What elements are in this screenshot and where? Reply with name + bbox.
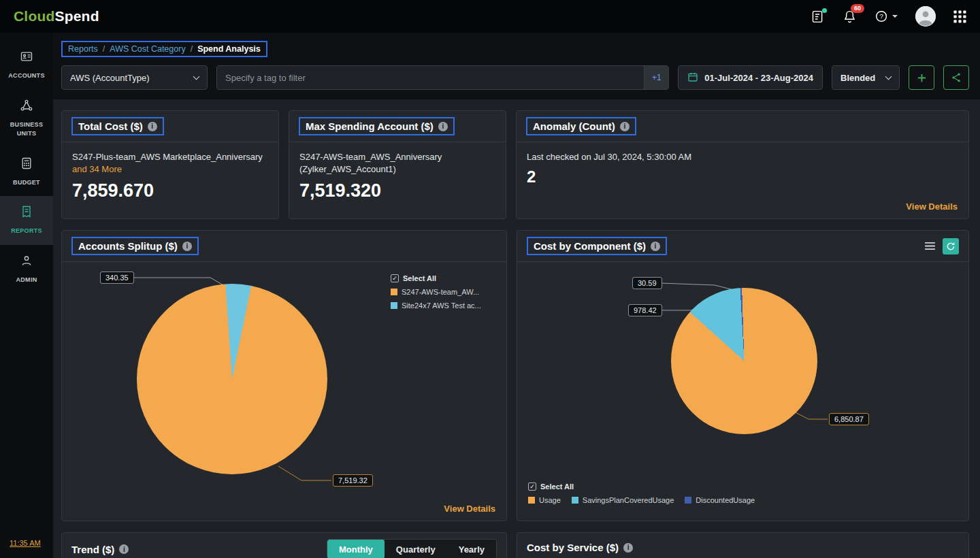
share-button[interactable] xyxy=(943,65,969,90)
legend-select-all[interactable]: Select All xyxy=(391,274,500,282)
logo-spend-text: Spend xyxy=(54,8,99,24)
last-refresh-time[interactable]: 11:35 AM xyxy=(10,539,41,547)
total-cost-title-box: Total Cost ($) i xyxy=(71,117,164,135)
feedback-new-dot xyxy=(822,8,827,13)
anomaly-title-box: Anomaly (Count) i xyxy=(526,117,636,135)
budget-icon xyxy=(20,157,33,173)
card-title: Total Cost ($) xyxy=(78,120,143,132)
card-title: Cost by Service ($) xyxy=(527,542,619,553)
cost-by-component-title-box: Cost by Component ($) i xyxy=(527,237,667,255)
total-cost-account: S247-Plus-team_AWS Marketplace_Anniversa… xyxy=(72,152,263,162)
card-title: Max Spending Account ($) xyxy=(306,120,434,132)
notifications-bell-icon[interactable]: 60 xyxy=(843,10,857,24)
info-icon[interactable]: i xyxy=(148,122,157,131)
page-header: Reports / AWS Cost Category / Spend Anal… xyxy=(53,33,980,99)
pie-callout: 30.59 xyxy=(632,277,662,289)
admin-icon xyxy=(20,254,33,270)
calendar-icon xyxy=(687,71,698,84)
legend-swatch-cyan xyxy=(572,497,578,504)
refresh-icon[interactable] xyxy=(943,238,959,255)
trend-period-tabs: Monthly Quarterly Yearly xyxy=(327,539,497,558)
main-content: Reports / AWS Cost Category / Spend Anal… xyxy=(53,33,980,558)
pie-callout: 340.35 xyxy=(100,272,134,284)
legend-item[interactable]: SavingsPlanCoveredUsage xyxy=(572,496,674,504)
breadcrumb-current: Spend Analysis xyxy=(197,44,261,54)
app-logo[interactable]: CloudSpend xyxy=(14,8,99,24)
total-cost-card: Total Cost ($) i S247-Plus-team_AWS Mark… xyxy=(61,110,279,219)
apps-grid-icon[interactable] xyxy=(953,10,966,23)
date-range-value: 01-Jul-2024 - 23-Aug-2024 xyxy=(704,73,813,83)
trend-title-box: Trend ($) i xyxy=(71,544,129,555)
feedback-icon[interactable] xyxy=(811,10,825,24)
info-icon[interactable]: i xyxy=(119,544,129,554)
sidebar-item-label: ADMIN xyxy=(16,276,37,285)
accounts-splitup-view-details-link[interactable]: View Details xyxy=(444,504,495,514)
chart-header-actions xyxy=(924,238,959,255)
max-spending-value: 7,519.320 xyxy=(299,180,495,201)
cost-by-service-title-box: Cost by Service ($) i xyxy=(527,542,633,553)
help-chevron-icon xyxy=(892,15,898,18)
tag-filter: +1 xyxy=(216,65,669,90)
card-title: Trend ($) xyxy=(71,544,114,555)
sidebar-item-reports[interactable]: REPORTS xyxy=(0,196,53,245)
svg-text:?: ? xyxy=(879,12,883,20)
info-icon[interactable]: i xyxy=(182,242,192,251)
sidebar-item-budget[interactable]: BUDGET xyxy=(0,148,53,197)
legend-item[interactable]: DiscountedUsage xyxy=(685,496,755,504)
tab-yearly[interactable]: Yearly xyxy=(447,540,496,558)
accounts-splitup-pie[interactable] xyxy=(137,284,327,474)
legend-item[interactable]: Site24x7 AWS Test ac... xyxy=(391,301,500,310)
info-icon[interactable]: i xyxy=(620,122,630,131)
pie-callout: 7,519.32 xyxy=(333,474,373,487)
info-icon[interactable]: i xyxy=(438,122,448,131)
card-title: Cost by Component ($) xyxy=(534,240,646,252)
total-cost-value: 7,859.670 xyxy=(72,180,268,201)
pie-callout: 6,850.87 xyxy=(829,413,869,425)
avatar[interactable] xyxy=(915,6,936,27)
breadcrumb-category-link[interactable]: AWS Cost Category xyxy=(110,44,185,54)
cost-type-value: Blended xyxy=(840,73,875,83)
anomaly-value: 2 xyxy=(527,167,958,186)
anomaly-card: Anomaly (Count) i Last checked on Jul 30… xyxy=(516,110,969,219)
legend-swatch-blue xyxy=(391,302,397,309)
sidebar-item-accounts[interactable]: ACCOUNTS xyxy=(0,41,53,90)
help-icon[interactable]: ? xyxy=(875,9,898,24)
charts-row: Accounts Splitup ($) i 340.35 7,519.32 xyxy=(61,230,969,521)
breadcrumb-reports-link[interactable]: Reports xyxy=(68,44,98,54)
stats-row: Total Cost ($) i S247-Plus-team_AWS Mark… xyxy=(61,110,969,219)
date-range-picker[interactable]: 01-Jul-2024 - 23-Aug-2024 xyxy=(678,65,823,90)
breadcrumb-separator: / xyxy=(191,44,193,54)
total-cost-more-link[interactable]: and 34 More xyxy=(72,164,122,174)
info-icon[interactable]: i xyxy=(651,242,660,251)
tab-monthly[interactable]: Monthly xyxy=(327,540,385,558)
add-widget-button[interactable] xyxy=(909,65,934,90)
business-units-icon xyxy=(20,99,33,115)
filter-toolbar: AWS (AccountType) +1 01-Jul-2024 - 23-Au… xyxy=(61,65,969,90)
info-icon[interactable]: i xyxy=(623,543,633,553)
chevron-down-icon xyxy=(885,73,892,80)
tag-more-badge[interactable]: +1 xyxy=(644,66,668,89)
anomaly-view-details-link[interactable]: View Details xyxy=(906,201,958,212)
sidebar-item-admin[interactable]: ADMIN xyxy=(0,245,53,294)
max-spending-account: S247-AWS-team_AWS_Anniversary (Zylker_AW… xyxy=(299,151,495,175)
sidebar-item-business-units[interactable]: BUSINESS UNITS xyxy=(0,90,53,148)
legend-item[interactable]: S247-AWS-team_AW... xyxy=(391,288,500,296)
sidebar: ACCOUNTS BUSINESS UNITS BUDGET REPORTS xyxy=(0,33,53,558)
cost-by-component-pie[interactable] xyxy=(671,288,817,434)
accounts-splitup-legend: Select All S247-AWS-team_AW... Site24x7 … xyxy=(391,274,500,315)
legend-select-all[interactable]: Select All xyxy=(528,482,755,491)
card-title: Anomaly (Count) xyxy=(533,120,615,132)
legend-list-icon[interactable] xyxy=(924,242,936,250)
tag-filter-input[interactable] xyxy=(217,66,644,89)
breadcrumb-separator: / xyxy=(103,44,105,54)
account-type-dropdown[interactable]: AWS (AccountType) xyxy=(61,65,208,90)
cost-by-component-legend: Select All Usage SavingsPlanCoveredUsage xyxy=(528,482,755,504)
checkbox-checked-icon xyxy=(528,482,536,491)
tab-quarterly[interactable]: Quarterly xyxy=(385,540,447,558)
notification-count-badge: 60 xyxy=(851,4,864,13)
cost-type-dropdown[interactable]: Blended xyxy=(832,65,900,90)
legend-swatch-navy xyxy=(685,497,691,504)
legend-item[interactable]: Usage xyxy=(528,496,561,504)
trend-card: Trend ($) i Monthly Quarterly Yearly xyxy=(61,532,507,558)
chevron-down-icon xyxy=(193,73,200,80)
